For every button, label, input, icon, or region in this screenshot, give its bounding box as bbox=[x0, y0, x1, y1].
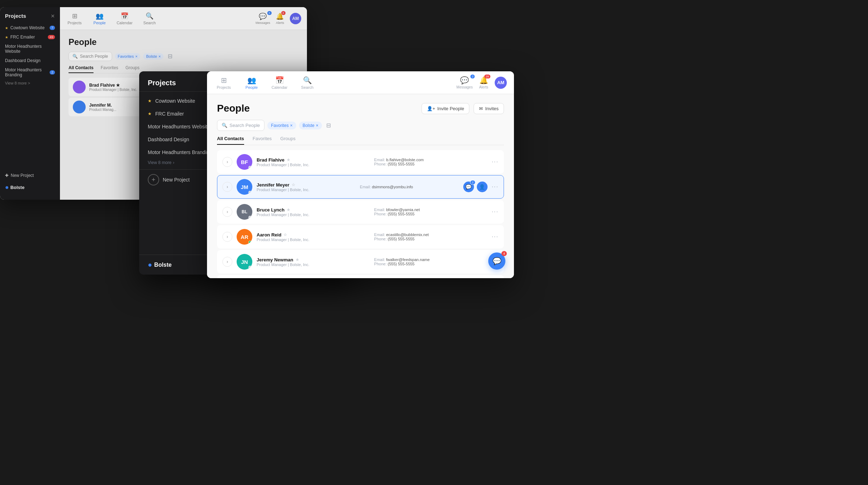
front-header-actions: 👤+ Invite People ✉ Invites bbox=[422, 103, 504, 114]
close-bolste-icon[interactable]: × bbox=[316, 123, 318, 128]
back-sidebar-header: Projects ✕ bbox=[0, 13, 60, 23]
more-btn-bruce[interactable]: ··· bbox=[492, 209, 499, 215]
back-nav-calendar[interactable]: 📅 Calendar bbox=[116, 12, 133, 25]
back-alerts-btn[interactable]: 🔔 8 Alerts bbox=[276, 12, 284, 25]
bolste-logo-dot: ● bbox=[148, 261, 152, 269]
back-messages-btn[interactable]: 💬 6 Messages bbox=[256, 12, 270, 25]
contact-details-bruce: Bruce Lynch ★ Product Manager | Bolste, … bbox=[257, 207, 370, 217]
back-nav-search[interactable]: 🔍 Search bbox=[141, 12, 158, 25]
avatar-aaron: AR bbox=[237, 229, 252, 245]
front-nav-search[interactable]: 🔍 Search bbox=[298, 76, 317, 90]
avatar-brad: BF bbox=[237, 154, 252, 170]
jennifer-message-btn[interactable]: 💬 2 bbox=[463, 182, 474, 192]
front-tab-groups[interactable]: Groups bbox=[280, 136, 296, 145]
back-filter-bolste[interactable]: Bolste × bbox=[143, 53, 163, 60]
grid-icon: ⊞ bbox=[72, 12, 77, 20]
back-search-box[interactable]: 🔍 Search People bbox=[69, 52, 112, 61]
search-icon: 🔍 bbox=[146, 12, 153, 20]
contact-row-joyce[interactable]: › JA Joyce Alvarez ☆ Product Manager | B… bbox=[217, 275, 504, 278]
front-window: ⊞ Projects 👥 People 📅 Calendar 🔍 Search … bbox=[207, 71, 514, 278]
fab-badge: 4 bbox=[501, 251, 507, 256]
front-search-box[interactable]: 🔍 Search People bbox=[217, 120, 264, 131]
back-sidebar-item-4[interactable]: Motor Headhunters Branding 2 bbox=[0, 65, 60, 80]
plus-icon: ✚ bbox=[5, 173, 9, 178]
star-bruce: ★ bbox=[287, 208, 290, 212]
star-icon-1: ★ bbox=[5, 35, 8, 39]
front-filter-bolste[interactable]: Bolste × bbox=[299, 122, 322, 129]
contact-details-jeremy: Jeremy Newman ★ Product Manager | Bolste… bbox=[257, 257, 370, 267]
back-tab-all[interactable]: All Contacts bbox=[69, 65, 94, 73]
front-alerts-btn[interactable]: 🔔 28 Alerts bbox=[479, 76, 488, 89]
back-badge-1: 49 bbox=[48, 35, 55, 39]
back-view-more[interactable]: View 8 more > bbox=[0, 80, 60, 87]
invite-people-btn[interactable]: 👤+ Invite People bbox=[422, 103, 470, 114]
more-btn-aaron[interactable]: ··· bbox=[492, 234, 499, 240]
back-new-project[interactable]: ✚ New Project bbox=[0, 170, 60, 181]
front-tab-favorites[interactable]: Favorites bbox=[253, 136, 272, 145]
back-sidebar-item-2[interactable]: Motor Headhunters Website bbox=[0, 42, 60, 56]
front-page-title: People bbox=[217, 103, 250, 114]
front-nav-calendar[interactable]: 📅 Calendar bbox=[270, 76, 289, 90]
contact-details-jennifer: Jennifer Meyer ☆ Product Manager | Bolst… bbox=[257, 182, 355, 192]
chat-fab[interactable]: 💬 4 bbox=[488, 252, 505, 270]
invites-btn[interactable]: ✉ Invites bbox=[474, 103, 504, 114]
back-sidebar-item-0[interactable]: ★ Cowtown Website 7 bbox=[0, 23, 60, 32]
more-btn-brad[interactable]: ··· bbox=[492, 159, 499, 165]
back-sidebar-item-3[interactable]: Dashboard Design bbox=[0, 56, 60, 65]
more-btn-jennifer[interactable]: ··· bbox=[492, 184, 499, 190]
back-project-name-0: Cowtown Website bbox=[10, 25, 45, 30]
back-filter-favorites[interactable]: Favorites × bbox=[115, 53, 141, 60]
front-search-toolbar: 🔍 Search People Favorites × Bolste × ⊟ bbox=[217, 120, 504, 131]
back-bolste-logo: ● Bolste bbox=[0, 181, 60, 194]
back-filter-icon[interactable]: ⊟ bbox=[166, 51, 174, 61]
contact-meta-aaron: Email: ecastillo@bubblemix.net Phone: (5… bbox=[374, 233, 487, 241]
front-tab-all[interactable]: All Contacts bbox=[217, 136, 244, 145]
front-filter-icon[interactable]: ⊟ bbox=[325, 121, 332, 130]
back-project-name-3: Dashboard Design bbox=[5, 58, 40, 63]
popup-star-1: ★ bbox=[148, 111, 152, 116]
contact-row-aaron[interactable]: › AR Aaron Reid ☆ Product Manager | Bols… bbox=[217, 225, 504, 249]
star-icon-0: ★ bbox=[5, 26, 8, 30]
offline-dot-bruce bbox=[248, 216, 252, 219]
contact-meta-bruce: Email: bfowler@yamia.net Phone: (555) 55… bbox=[374, 208, 487, 216]
front-topbar: ⊞ Projects 👥 People 📅 Calendar 🔍 Search … bbox=[207, 71, 514, 94]
back-avatar[interactable]: AM bbox=[290, 13, 301, 24]
close-fav-icon[interactable]: × bbox=[290, 123, 293, 128]
contact-row-brad[interactable]: › BF Brad Flahive ★ Product Manager | Bo… bbox=[217, 150, 504, 174]
front-avatar[interactable]: AM bbox=[495, 77, 507, 89]
popup-project-0: Cowtown Website bbox=[155, 98, 195, 104]
contact-row-jennifer[interactable]: › JM Jennifer Meyer ☆ Product Manager | … bbox=[217, 175, 504, 199]
popup-new-project-label: New Project bbox=[163, 177, 190, 183]
contact-meta-jennifer: Email: dsimmons@yombu.info bbox=[360, 185, 459, 189]
close-filter-icon-2[interactable]: × bbox=[158, 54, 161, 58]
jennifer-connect-btn[interactable]: 👤 bbox=[477, 182, 488, 192]
chevron-btn-aaron[interactable]: › bbox=[222, 232, 232, 242]
online-dot-aaron bbox=[248, 241, 252, 244]
back-sidebar-item-1[interactable]: ★ FRC Emailer 49 bbox=[0, 32, 60, 42]
jennifer-msg-badge: 2 bbox=[470, 180, 475, 185]
contact-meta-brad: Email: b.flahive@bolste.com Phone: (555)… bbox=[374, 158, 487, 166]
chevron-btn-bruce[interactable]: › bbox=[222, 207, 232, 217]
back-nav-people[interactable]: 👥 People bbox=[91, 12, 108, 25]
front-nav-people[interactable]: 👥 People bbox=[242, 76, 261, 90]
front-nav-projects[interactable]: ⊞ Projects bbox=[214, 76, 233, 90]
star-aaron: ☆ bbox=[283, 233, 287, 237]
back-nav-projects[interactable]: ⊞ Projects bbox=[66, 12, 84, 25]
chevron-btn-jeremy[interactable]: › bbox=[222, 257, 232, 267]
chevron-btn-brad[interactable]: › bbox=[222, 157, 232, 167]
front-grid-icon: ⊞ bbox=[221, 76, 227, 85]
back-close-btn[interactable]: ✕ bbox=[51, 13, 55, 19]
contact-details-brad: Brad Flahive ★ Product Manager | Bolste,… bbox=[257, 157, 370, 167]
chevron-btn-jennifer[interactable]: › bbox=[222, 182, 232, 192]
back-badge-0: 7 bbox=[50, 26, 55, 30]
close-filter-icon[interactable]: × bbox=[135, 54, 137, 58]
back-tab-groups[interactable]: Groups bbox=[125, 65, 139, 73]
contact-row-jeremy[interactable]: › JN Jeremy Newman ★ Product Manager | B… bbox=[217, 250, 504, 274]
front-messages-btn[interactable]: 💬 2 Messages bbox=[456, 76, 473, 89]
back-tab-favorites[interactable]: Favorites bbox=[101, 65, 118, 73]
back-project-name-4: Motor Headhunters Branding bbox=[5, 67, 47, 77]
front-filter-favorites[interactable]: Favorites × bbox=[267, 122, 296, 129]
star-jennifer: ☆ bbox=[292, 183, 295, 187]
popup-project-2: Motor Headhunters Website bbox=[148, 124, 210, 129]
contact-row-bruce[interactable]: › BL Bruce Lynch ★ Product Manager | Bol… bbox=[217, 200, 504, 224]
